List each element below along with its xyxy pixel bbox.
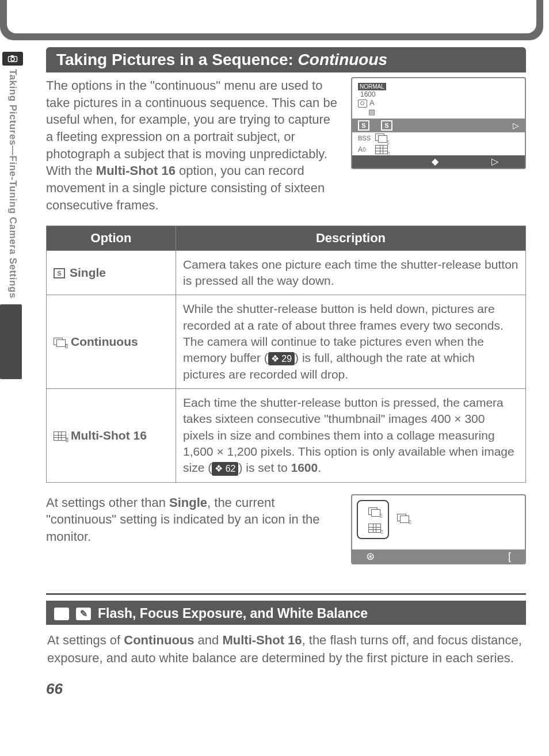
camera-icon bbox=[358, 100, 367, 108]
options-table: OptionDescription SSingle Camera takes o… bbox=[46, 226, 526, 483]
col-description: Description bbox=[176, 226, 526, 250]
page-ref-badge: ❖ 29 bbox=[268, 352, 295, 366]
mode-a: A bbox=[369, 98, 375, 107]
table-row: SSingle Camera takes one picture each ti… bbox=[47, 250, 526, 295]
lcd-nav-bar: ◆▷ bbox=[352, 155, 525, 168]
multishot-icon: ▯ bbox=[54, 432, 66, 441]
camera-mode-icon bbox=[2, 52, 23, 66]
single-icon: S bbox=[54, 268, 65, 278]
continuous-desc: While the shutter-release button is held… bbox=[176, 295, 526, 389]
menu-row-bss: BSS▯ bbox=[352, 132, 525, 144]
menu-screenshot: NORMAL 1600 A ▨ SS▷ BSS▯ A◊▯ ◆▷ bbox=[351, 77, 526, 169]
note-heading: ✎Flash, Focus Exposure, and White Balanc… bbox=[46, 601, 526, 625]
page-ref-badge: ❖ 62 bbox=[212, 462, 238, 476]
multishot-icon: ▯ bbox=[368, 524, 381, 533]
page-title: Taking Pictures in a Sequence: Continuou… bbox=[46, 47, 526, 72]
svg-point-1 bbox=[11, 58, 14, 61]
page-header-band bbox=[0, 0, 543, 40]
table-row: ▯Multi-Shot 16 Each time the shutter-rel… bbox=[47, 388, 526, 482]
col-option: Option bbox=[47, 226, 176, 250]
page-number: 66 bbox=[46, 680, 526, 698]
continuous-icon: ▯ bbox=[397, 514, 410, 523]
continuous-icon: ▯ bbox=[375, 133, 388, 143]
menu-row-ao: A◊▯ bbox=[352, 144, 525, 155]
flash-status-icon: ⊛ bbox=[366, 549, 375, 563]
menu-row-single-selected: SS▷ bbox=[352, 119, 525, 132]
single-desc: Camera takes one picture each time the s… bbox=[176, 250, 526, 295]
continuous-icon: ▯ bbox=[54, 338, 66, 347]
multishot-desc: Each time the shutter-release button is … bbox=[176, 388, 526, 482]
multishot-icon: ▯ bbox=[375, 145, 388, 154]
indicator-highlight-box: ▯ ▯ bbox=[357, 500, 389, 540]
side-tab-strip: Taking Pictures—Fine-Tuning Camera Setti… bbox=[0, 52, 25, 420]
indicator-screenshot: ▯ ▯ ▯ ⊛[ bbox=[351, 494, 526, 565]
note-icon: ✎ bbox=[76, 608, 91, 620]
note-body: At settings of Continuous and Multi-Shot… bbox=[46, 625, 526, 674]
intro-paragraph: The options in the "continuous" menu are… bbox=[46, 77, 341, 214]
table-row: ▯Continuous While the shutter-release bu… bbox=[47, 295, 526, 389]
side-dark-tab bbox=[0, 304, 22, 379]
indicator-note: At settings other than Single, the curre… bbox=[46, 494, 340, 545]
continuous-icon: ▯ bbox=[368, 507, 381, 517]
battery-icon: [ bbox=[508, 549, 511, 563]
quality-badge: NORMAL bbox=[358, 83, 386, 90]
size-value: 1600 bbox=[358, 90, 519, 98]
svg-rect-2 bbox=[11, 55, 14, 57]
side-section-label: Taking Pictures—Fine-Tuning Camera Setti… bbox=[7, 69, 18, 299]
